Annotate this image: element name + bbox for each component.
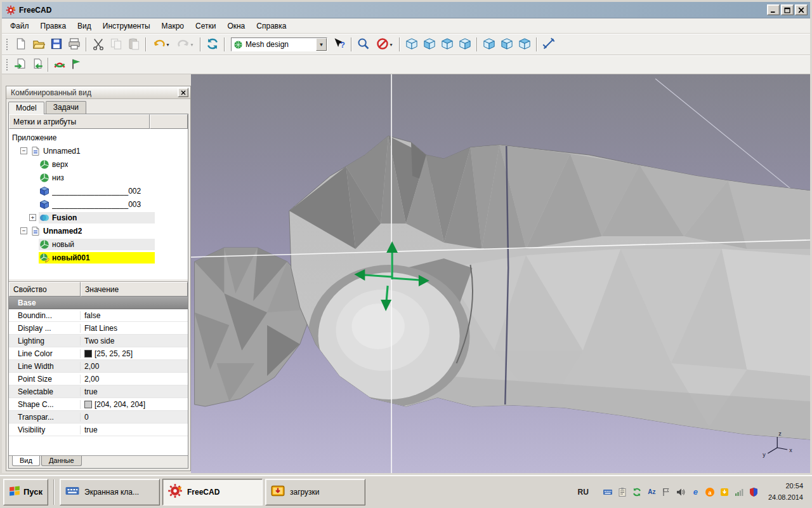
dropdown-arrow-icon[interactable]: ▾ bbox=[390, 42, 392, 48]
tree-expander-plus[interactable]: + bbox=[29, 214, 36, 221]
paste-button[interactable] bbox=[125, 36, 143, 53]
tab-model[interactable]: Model bbox=[8, 102, 44, 114]
tree-item-solid002[interactable]: __________________002 bbox=[9, 184, 188, 197]
tree-expander-minus[interactable]: − bbox=[20, 147, 27, 154]
menu-item-windows[interactable]: Окна bbox=[221, 20, 251, 32]
mesh-flag-button[interactable] bbox=[68, 57, 84, 73]
axonometric-view-button[interactable] bbox=[403, 36, 421, 53]
draw-style-button[interactable]: ▾ bbox=[372, 36, 396, 53]
tree-item-content[interactable]: Приложение bbox=[11, 133, 155, 143]
tree-item-novy[interactable]: новый bbox=[9, 237, 188, 251]
property-row-transparency[interactable]: Transpar...0 bbox=[9, 411, 188, 424]
property-value[interactable]: false bbox=[81, 311, 188, 320]
property-row-selectable[interactable]: Selectabletrue bbox=[9, 385, 188, 398]
toolbar-handle[interactable] bbox=[6, 58, 9, 71]
property-column-name[interactable]: Свойство bbox=[9, 282, 81, 297]
front-view-button[interactable] bbox=[421, 36, 438, 53]
close-button[interactable] bbox=[795, 4, 808, 15]
whats-this-button[interactable]: ? bbox=[331, 36, 348, 53]
property-row-shape-color[interactable]: Shape C...[204, 204, 204] bbox=[9, 398, 188, 411]
tab-data[interactable]: Данные bbox=[41, 456, 82, 466]
tree-item-content[interactable]: Unnamed2 bbox=[30, 225, 155, 237]
new-file-button[interactable] bbox=[12, 36, 30, 53]
tray-flag-icon[interactable] bbox=[661, 486, 672, 497]
tree-item-content[interactable]: __________________002 bbox=[39, 185, 155, 197]
tray-ie-icon[interactable]: e bbox=[690, 486, 701, 497]
tree-item-content[interactable]: новый bbox=[39, 239, 155, 250]
property-value[interactable]: Flat Lines bbox=[81, 324, 188, 333]
menu-item-view[interactable]: Вид bbox=[72, 20, 97, 32]
tree-item-application[interactable]: Приложение bbox=[9, 131, 188, 144]
tree-expander-minus[interactable]: − bbox=[20, 227, 27, 234]
menu-item-edit[interactable]: Правка bbox=[35, 20, 72, 32]
property-value[interactable]: Two side bbox=[81, 337, 188, 345]
taskbar-clock[interactable]: 20:54 24.08.2014 bbox=[766, 481, 809, 502]
language-indicator[interactable]: RU bbox=[570, 488, 596, 497]
property-column-value[interactable]: Значение bbox=[81, 282, 188, 297]
tree-item-content[interactable]: новый001 bbox=[39, 252, 155, 264]
menu-item-file[interactable]: Файл bbox=[4, 20, 35, 32]
property-value[interactable]: true bbox=[81, 387, 188, 396]
bottom-view-button[interactable] bbox=[498, 36, 516, 53]
measure-distance-button[interactable] bbox=[540, 36, 558, 53]
property-group-base[interactable]: Base bbox=[9, 297, 188, 309]
start-button[interactable]: Пуск bbox=[3, 479, 48, 505]
property-value[interactable]: [204, 204, 204] bbox=[81, 400, 188, 409]
tray-update-icon[interactable] bbox=[719, 486, 730, 497]
tree-item-content[interactable]: низ bbox=[39, 172, 155, 184]
tree-item-niz[interactable]: низ bbox=[9, 171, 188, 184]
tree-item-solid003[interactable]: __________________003 bbox=[9, 197, 188, 211]
import-mesh-button[interactable] bbox=[12, 57, 29, 73]
maximize-button[interactable] bbox=[781, 4, 794, 15]
property-row-lighting[interactable]: LightingTwo side bbox=[9, 335, 188, 347]
minimize-button[interactable] bbox=[767, 4, 780, 15]
tree-item-unnamed1[interactable]: −Unnamed1 bbox=[9, 144, 188, 157]
tray-avast-icon[interactable]: a bbox=[705, 486, 716, 497]
tree-item-content[interactable]: __________________003 bbox=[39, 199, 155, 210]
tray-caps-icon[interactable]: Az bbox=[646, 486, 657, 497]
menu-item-tools[interactable]: Инструменты bbox=[97, 20, 156, 32]
tray-shield-icon[interactable] bbox=[749, 486, 759, 497]
property-value[interactable]: 2,00 bbox=[81, 375, 188, 384]
redo-button[interactable]: ▾ bbox=[173, 36, 197, 53]
title-bar[interactable]: FreeCAD bbox=[2, 2, 810, 18]
refresh-button[interactable] bbox=[204, 36, 221, 53]
panel-close-button[interactable] bbox=[178, 88, 188, 97]
undo-button[interactable]: ▾ bbox=[149, 36, 173, 53]
mesh-model-body[interactable] bbox=[289, 136, 810, 446]
dropdown-arrow-icon[interactable]: ▾ bbox=[190, 42, 193, 48]
property-row-line-width[interactable]: Line Width2,00 bbox=[9, 360, 188, 373]
tab-view[interactable]: Вид bbox=[12, 456, 40, 466]
property-value[interactable]: 0 bbox=[81, 413, 188, 422]
task-button-downloads[interactable]: загрузки bbox=[265, 479, 365, 505]
copy-button[interactable] bbox=[107, 36, 125, 53]
open-file-button[interactable] bbox=[30, 36, 48, 53]
property-row-point-size[interactable]: Point Size2,00 bbox=[9, 373, 188, 385]
tray-signal-icon[interactable] bbox=[734, 486, 745, 497]
task-button-screen-keyboard[interactable]: Экранная кла... bbox=[60, 479, 160, 505]
export-mesh-button[interactable] bbox=[29, 57, 45, 73]
print-button[interactable] bbox=[65, 36, 83, 53]
property-row-display-mode[interactable]: Display ...Flat Lines bbox=[9, 322, 188, 335]
toolbar-handle[interactable] bbox=[6, 38, 9, 51]
tray-sync-icon[interactable] bbox=[632, 486, 643, 497]
property-row-bounding-box[interactable]: Boundin...false bbox=[9, 309, 188, 322]
tray-volume-icon[interactable] bbox=[676, 486, 686, 497]
menu-item-macro[interactable]: Макро bbox=[156, 20, 190, 32]
save-file-button[interactable] bbox=[48, 36, 65, 53]
property-value[interactable]: 2,00 bbox=[81, 362, 188, 371]
menu-item-meshes[interactable]: Сетки bbox=[190, 20, 221, 32]
combo-dropdown-button[interactable]: ▼ bbox=[316, 38, 327, 51]
tree-item-verkh[interactable]: верх bbox=[9, 157, 188, 171]
top-view-button[interactable] bbox=[438, 36, 456, 53]
right-view-button[interactable] bbox=[456, 36, 474, 53]
panel-titlebar[interactable]: Комбинированный вид bbox=[6, 86, 190, 99]
tree-item-fusion[interactable]: +Fusion bbox=[9, 211, 188, 224]
property-row-line-color[interactable]: Line Color[25, 25, 25] bbox=[9, 347, 188, 360]
menu-item-help[interactable]: Справка bbox=[251, 20, 292, 32]
tree-item-novy001[interactable]: новый001 bbox=[9, 251, 188, 264]
cut-button[interactable] bbox=[89, 36, 107, 53]
tree-item-content[interactable]: Unnamed1 bbox=[30, 145, 155, 157]
tree-item-content[interactable]: Fusion bbox=[39, 212, 155, 224]
left-view-button[interactable] bbox=[516, 36, 534, 53]
